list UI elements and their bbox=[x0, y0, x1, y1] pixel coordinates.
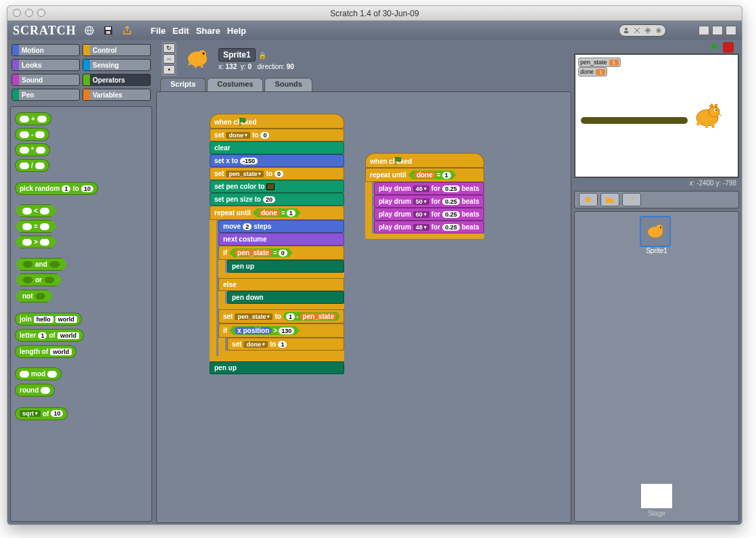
stage-sprite-cat[interactable] bbox=[690, 101, 724, 135]
svg-text:?: ? bbox=[630, 196, 634, 204]
move-steps-block[interactable]: move2steps bbox=[218, 220, 344, 233]
green-flag-icon bbox=[394, 156, 404, 166]
sqrt-of-block[interactable]: sqrtof10 bbox=[15, 407, 68, 420]
op-not-block[interactable]: not bbox=[15, 290, 53, 302]
category-pen[interactable]: Pen bbox=[11, 89, 80, 101]
minimize-button[interactable] bbox=[25, 9, 33, 17]
op-lt-block[interactable]: < bbox=[15, 204, 57, 217]
grow-icon[interactable] bbox=[644, 26, 652, 35]
xpos-gt-condition[interactable]: x position > 130 bbox=[229, 326, 300, 335]
sprite-name-field[interactable]: Sprite1 bbox=[218, 48, 256, 62]
penstate-eq-0-condition[interactable]: pen_state = 0 bbox=[229, 248, 293, 257]
set-done-1-block[interactable]: setdoneto1 bbox=[227, 338, 344, 351]
set-pen-color-block[interactable]: set pen color to bbox=[210, 180, 344, 193]
category-sensing[interactable]: Sensing bbox=[82, 59, 151, 71]
pen-up-block[interactable]: pen up bbox=[227, 260, 344, 273]
lock-icon[interactable]: 🔒 bbox=[258, 51, 266, 59]
share-upload-icon[interactable] bbox=[121, 24, 133, 37]
else-block[interactable]: else bbox=[218, 278, 344, 291]
op-gt-block[interactable]: > bbox=[15, 236, 57, 248]
when-flag-clicked-block[interactable]: when clicked bbox=[210, 114, 344, 129]
view-normal-button[interactable] bbox=[712, 26, 723, 35]
play-drum-60-block[interactable]: play drum60for0.25beats bbox=[374, 208, 484, 221]
category-looks[interactable]: Looks bbox=[11, 59, 80, 71]
view-presentation-button[interactable] bbox=[726, 26, 736, 35]
set-penstate-expr-block[interactable]: setpen_stateto 1- pen_state bbox=[218, 309, 344, 323]
op-or-block[interactable]: or bbox=[15, 273, 62, 286]
menu-help[interactable]: Help bbox=[227, 26, 246, 36]
menu-edit[interactable]: Edit bbox=[172, 26, 189, 36]
stamp-icon[interactable] bbox=[622, 26, 630, 35]
set-x-block[interactable]: set x to-150 bbox=[210, 154, 344, 167]
op-minus-block[interactable]: - bbox=[15, 128, 49, 141]
script-stack-2[interactable]: when clicked repeat until done = 1 play … bbox=[365, 153, 484, 239]
letter-of-block[interactable]: letter1ofworld bbox=[15, 329, 84, 342]
tab-sounds[interactable]: Sounds bbox=[264, 78, 312, 91]
stage-view[interactable]: pen_state1 done1 bbox=[574, 53, 739, 178]
play-drum-48-block[interactable]: play drum48for0.25beats bbox=[374, 182, 484, 195]
monitor-pen-state[interactable]: pen_state1 bbox=[578, 58, 621, 67]
rotate-none-button[interactable]: • bbox=[163, 65, 175, 74]
random-sprite-button[interactable]: ? bbox=[622, 193, 641, 206]
pick-random-block[interactable]: pick random1to10 bbox=[15, 182, 98, 195]
subtract-expr[interactable]: 1- pen_state bbox=[283, 312, 339, 321]
svg-point-12 bbox=[715, 110, 717, 111]
when-flag-clicked-block-2[interactable]: when clicked bbox=[365, 153, 484, 168]
op-div-block[interactable]: / bbox=[15, 159, 49, 172]
op-plus-block[interactable]: + bbox=[15, 112, 51, 125]
choose-sprite-file-button[interactable] bbox=[600, 193, 619, 206]
sprite-item[interactable]: Sprite1 bbox=[640, 216, 674, 254]
clear-block[interactable]: clear bbox=[210, 141, 344, 154]
next-costume-block[interactable]: next costume bbox=[218, 233, 344, 246]
color-swatch[interactable] bbox=[266, 183, 275, 190]
category-motion[interactable]: Motion bbox=[11, 44, 80, 56]
toolbar-pill[interactable] bbox=[619, 24, 666, 37]
set-done-0-block[interactable]: setdoneto0 bbox=[210, 129, 344, 141]
scripts-area[interactable]: when clicked setdoneto0 clear set x to-1… bbox=[156, 91, 571, 523]
save-icon[interactable] bbox=[102, 24, 114, 37]
play-drum-50-block[interactable]: play drum50for0.25beats bbox=[374, 195, 484, 208]
play-drum-48b-block[interactable]: play drum48for0.25beats bbox=[374, 221, 484, 233]
svg-rect-2 bbox=[105, 27, 111, 30]
pen-down-block[interactable]: pen down bbox=[227, 291, 344, 304]
tab-costumes[interactable]: Costumes bbox=[207, 78, 263, 91]
rotate-leftright-button[interactable]: ↔ bbox=[163, 54, 175, 64]
close-button[interactable] bbox=[13, 9, 21, 17]
repeat-until-block-2[interactable]: repeat until done = 1 bbox=[365, 168, 484, 182]
set-pen-size-block[interactable]: set pen size to20 bbox=[210, 193, 344, 206]
stop-button[interactable] bbox=[723, 42, 734, 53]
tab-scripts[interactable]: Scripts bbox=[160, 78, 206, 91]
set-penstate-0-block[interactable]: setpen_stateto0 bbox=[210, 167, 344, 180]
op-times-block[interactable]: * bbox=[15, 143, 50, 156]
green-flag-button[interactable]: ⚑ bbox=[709, 41, 719, 54]
category-sound[interactable]: Sound bbox=[11, 74, 80, 86]
round-block[interactable]: round bbox=[15, 384, 55, 397]
category-variables[interactable]: Variables bbox=[82, 89, 151, 101]
shrink-icon[interactable] bbox=[655, 26, 663, 35]
zoom-button[interactable] bbox=[37, 9, 45, 17]
menu-file[interactable]: File bbox=[151, 26, 166, 36]
cut-icon[interactable] bbox=[633, 26, 641, 35]
sprite-list: Sprite1 Stage bbox=[574, 211, 739, 522]
stage-item[interactable]: Stage bbox=[641, 484, 672, 517]
if-block[interactable]: if pen_state = 0 bbox=[218, 246, 344, 260]
join-block[interactable]: joinhelloworld bbox=[15, 313, 82, 326]
language-icon[interactable] bbox=[83, 24, 95, 37]
rotate-free-button[interactable]: ↻ bbox=[163, 43, 175, 53]
op-and-block[interactable]: and bbox=[15, 258, 68, 271]
view-small-stage-button[interactable] bbox=[699, 26, 709, 35]
done-eq-1-condition[interactable]: done = 1 bbox=[253, 208, 301, 217]
menu-share[interactable]: Share bbox=[196, 26, 220, 36]
paint-new-sprite-button[interactable] bbox=[579, 193, 598, 206]
monitor-done[interactable]: done1 bbox=[578, 67, 607, 76]
op-eq-block[interactable]: = bbox=[15, 220, 57, 233]
repeat-until-block[interactable]: repeat until done = 1 bbox=[210, 206, 344, 220]
done-eq-1-condition-2[interactable]: done = 1 bbox=[408, 171, 456, 179]
category-operators[interactable]: Operators bbox=[82, 74, 151, 86]
script-stack-1[interactable]: when clicked setdoneto0 clear set x to-1… bbox=[210, 114, 344, 374]
if-xpos-block[interactable]: if x position > 130 bbox=[218, 323, 344, 338]
length-of-block[interactable]: length ofworld bbox=[15, 345, 76, 358]
mod-block[interactable]: mod bbox=[15, 367, 62, 380]
category-control[interactable]: Control bbox=[82, 44, 151, 56]
pen-up-final-block[interactable]: pen up bbox=[210, 361, 344, 374]
